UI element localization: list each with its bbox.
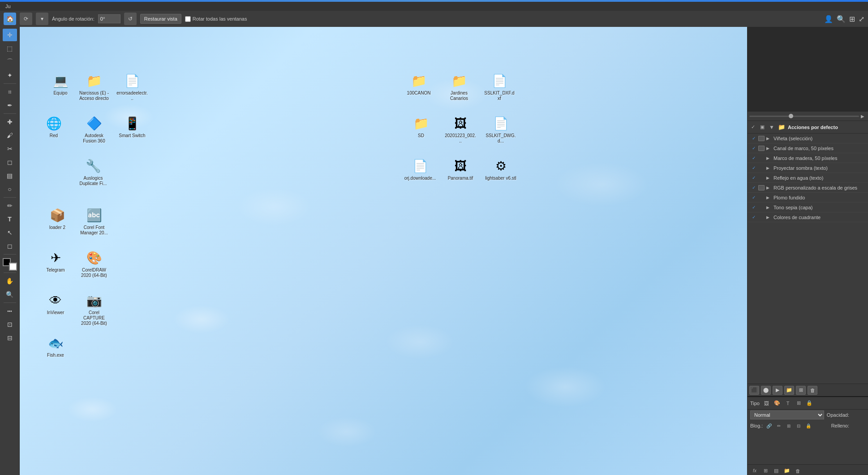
action-stop-btn[interactable]: ⬛ xyxy=(749,386,759,395)
tool-frame[interactable]: ⊡ xyxy=(3,318,17,331)
tool-zoom[interactable]: 🔍 xyxy=(3,288,17,301)
layers-adjust-icon[interactable]: 🎨 xyxy=(773,399,781,407)
preview-scroll-right[interactable]: ▶ xyxy=(859,112,866,120)
desktop-icon-auslogics[interactable]: 🔧Auslogics Duplicate Fi... xyxy=(77,157,109,186)
action-play-btn[interactable]: ▶ xyxy=(773,386,782,395)
user-icon[interactable]: 👤 xyxy=(824,15,833,23)
desktop-icon-autodesk[interactable]: 🔷Autodesk Fusion 360 xyxy=(78,114,110,144)
desktop-icon-fish[interactable]: 🐟Fish.exe xyxy=(39,334,72,358)
home-button[interactable]: 🏠 xyxy=(4,13,16,25)
action-row-6[interactable]: ✓▶Plomo fundido xyxy=(748,193,868,203)
desktop-icon-telegram[interactable]: ✈Telegram xyxy=(39,249,72,273)
action-row-2[interactable]: ✓▶Marco de madera, 50 píxeles xyxy=(748,153,868,163)
lock-link-icon[interactable]: 🔗 xyxy=(765,422,773,429)
desktop-icon-equipo[interactable]: 💻Equipo xyxy=(44,72,77,96)
action-folder-btn[interactable]: 📁 xyxy=(784,386,794,395)
search-icon[interactable]: 🔍 xyxy=(837,15,846,23)
tool-gradient[interactable]: ▤ xyxy=(3,169,17,182)
tool-shape[interactable]: ◻ xyxy=(3,240,17,252)
action-name-5: RGB personalizado a escala de grises xyxy=(773,185,864,190)
tool-lasso[interactable]: ⌒ xyxy=(3,56,17,68)
lock-artboard-icon[interactable]: ⊟ xyxy=(795,422,802,429)
desktop-icon-sd[interactable]: 📁SD xyxy=(405,114,437,138)
expand-icon[interactable]: ⤢ xyxy=(859,15,864,23)
tool-eyedropper[interactable]: ✒ xyxy=(3,99,17,112)
tool-marquee[interactable]: ⬚ xyxy=(3,42,17,55)
tool-hand[interactable]: ✋ xyxy=(3,275,17,287)
tool-crop[interactable]: ⌗ xyxy=(3,86,17,98)
desktop-icon-corel-capture[interactable]: 📷Corel CAPTURE 2020 (64-Bit) xyxy=(78,291,110,326)
desktop-icon-panorama[interactable]: 🖼Panorama.tif xyxy=(444,157,477,181)
color-boxes[interactable] xyxy=(3,258,17,271)
rotate-dropdown[interactable]: ▾ xyxy=(36,13,48,25)
layer-delete-btn[interactable]: 🗑 xyxy=(793,466,802,475)
lock-pos-icon[interactable]: ⊞ xyxy=(785,422,792,429)
action-row-5[interactable]: ✓▶RGB personalizado a escala de grises xyxy=(748,183,868,193)
rotate-all-checkbox[interactable] xyxy=(185,16,191,22)
rotate-all-checkbox-label[interactable]: Rotar todas las ventanas xyxy=(185,16,247,22)
layer-fx-btn[interactable]: fx xyxy=(750,466,759,475)
rotate-tool-icon[interactable]: ⟳ xyxy=(20,13,32,25)
desktop-icon-corel-font[interactable]: 🔤Corel Font Manager 20... xyxy=(78,206,110,236)
action-new-btn[interactable]: ⊞ xyxy=(796,386,806,395)
tool-clone[interactable]: ✂ xyxy=(3,142,17,155)
blend-mode-select[interactable]: Normal xyxy=(750,410,824,419)
tool-text[interactable]: T xyxy=(3,213,17,225)
desktop-icon-inviewer[interactable]: 👁InViewer xyxy=(39,291,72,315)
rotation-reset-icon[interactable]: ↺ xyxy=(124,13,137,25)
action-delete-btn[interactable]: 🗑 xyxy=(808,386,817,395)
action-record-btn[interactable]: ⬤ xyxy=(761,386,771,395)
desktop-icon-loader2[interactable]: 📦loader 2 xyxy=(41,206,73,230)
desktop-icon-smart-switch[interactable]: 📱Smart Switch xyxy=(116,114,148,138)
layer-mask-btn[interactable]: ▤ xyxy=(772,466,781,475)
desktop-icon-100canon[interactable]: 📁100CANON xyxy=(403,72,435,96)
desktop-icon-narcissus[interactable]: 📁Narcissus (E) - Acceso directo xyxy=(78,72,110,101)
action-panel-icon-5 xyxy=(758,185,765,190)
desktop-icon-lightsaber[interactable]: ⚙lightsaber v6.stl xyxy=(485,157,517,181)
icon-label-sslkit_dwg: SSLKIT_DWG.d... xyxy=(485,133,517,144)
action-row-8[interactable]: ✓▶Colores de cuadrante xyxy=(748,212,868,222)
icon-image-panorama: 🖼 xyxy=(451,157,469,175)
tool-pen[interactable]: ✏ xyxy=(3,199,17,212)
action-row-1[interactable]: ✓▶Canal de marco, 50 píxeles xyxy=(748,143,868,153)
action-row-0[interactable]: ✓▶Viñeta (selección) xyxy=(748,134,868,143)
desktop-icon-red[interactable]: 🌐Red xyxy=(38,114,70,138)
layer-new-btn[interactable]: ⊞ xyxy=(761,466,770,475)
lock-paint-icon[interactable]: ✏ xyxy=(775,422,782,429)
layers-image-icon[interactable]: 🖼 xyxy=(762,399,770,407)
restore-vista-button[interactable]: Restaurar vista xyxy=(140,14,181,24)
desktop-icon-orj_downloade[interactable]: 📄orj.downloade... xyxy=(404,157,436,181)
tool-eraser[interactable]: ◻ xyxy=(3,156,17,168)
tool-more[interactable]: ••• xyxy=(3,305,17,317)
desktop-icon-sslkit_dwg[interactable]: 📄SSLKIT_DWG.d... xyxy=(485,114,517,144)
window-icon[interactable]: ⊞ xyxy=(849,15,855,23)
desktop-icon-jardines[interactable]: 📁Jardines Canarios xyxy=(443,72,475,101)
lock-all-icon[interactable]: 🔒 xyxy=(805,422,812,429)
layers-lock-icon[interactable]: 🔒 xyxy=(805,399,813,407)
action-check-8: ✓ xyxy=(751,215,756,220)
menu-item-ju[interactable]: Ju xyxy=(2,3,14,9)
preview-slider-thumb[interactable] xyxy=(789,114,793,118)
action-row-3[interactable]: ✓▶Proyectar sombra (texto) xyxy=(748,163,868,173)
tool-dodge[interactable]: ○ xyxy=(3,183,17,195)
rotation-input[interactable] xyxy=(98,14,120,23)
background-color[interactable] xyxy=(9,263,17,271)
tool-layer-comp[interactable]: ⊟ xyxy=(3,332,17,344)
tool-move[interactable]: ✛ xyxy=(3,29,17,41)
desktop-icon-sslkit_dxf[interactable]: 📄SSLKIT_DXF.dxf xyxy=(483,72,516,101)
layer-folder-btn[interactable]: 📁 xyxy=(782,466,791,475)
layers-shape-icon[interactable]: ⊞ xyxy=(795,399,803,407)
desktop-icon-errorsadeelectr[interactable]: 📄errorsadeelectr... xyxy=(116,72,148,101)
tool-path-select[interactable]: ↖ xyxy=(3,226,17,239)
icon-image-smart-switch: 📱 xyxy=(123,114,141,132)
preview-slider-track[interactable] xyxy=(749,116,859,117)
tool-healing[interactable]: ✚ xyxy=(3,116,17,128)
desktop-icon-coreldraw[interactable]: 🎨CorelDRAW 2020 (64-Bit) xyxy=(78,249,110,278)
tool-brush[interactable]: 🖌 xyxy=(3,129,17,142)
action-expand-4: ▶ xyxy=(766,176,772,180)
layers-text-icon[interactable]: T xyxy=(784,399,792,407)
tool-magic-wand[interactable]: ✦ xyxy=(3,69,17,82)
action-row-4[interactable]: ✓▶Reflejo en agua (texto) xyxy=(748,173,868,183)
action-row-7[interactable]: ✓▶Tono sepia (capa) xyxy=(748,203,868,212)
desktop-icon-20201223[interactable]: 🖼20201223_002... xyxy=(444,114,477,144)
